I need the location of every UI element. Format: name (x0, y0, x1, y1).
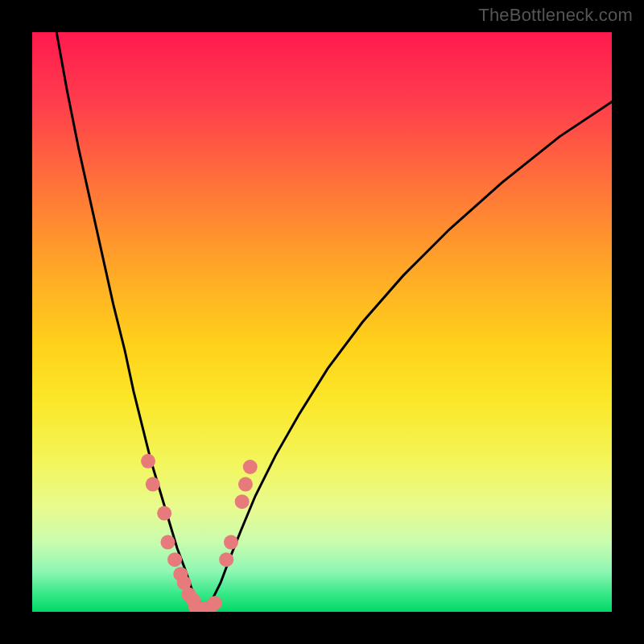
left-cluster-dot (167, 552, 182, 567)
chart-overlay (32, 32, 612, 612)
right-cluster-dot (219, 552, 233, 567)
curve-left-curve (56, 32, 206, 612)
left-cluster-dot (157, 506, 171, 521)
left-cluster-dot (141, 454, 155, 469)
right-cluster-dot (238, 477, 253, 492)
watermark-text: TheBottleneck.com (478, 5, 633, 26)
right-cluster-dot (235, 494, 250, 509)
chart-curves (56, 32, 612, 612)
left-cluster-dot (146, 477, 160, 492)
curve-right-curve (206, 101, 612, 612)
right-cluster-dot (224, 535, 238, 550)
right-cluster-dot (243, 460, 258, 474)
left-cluster-dot (160, 535, 175, 550)
bottom-cluster-dot (208, 596, 222, 610)
chart-frame: TheBottleneck.com (0, 0, 644, 644)
